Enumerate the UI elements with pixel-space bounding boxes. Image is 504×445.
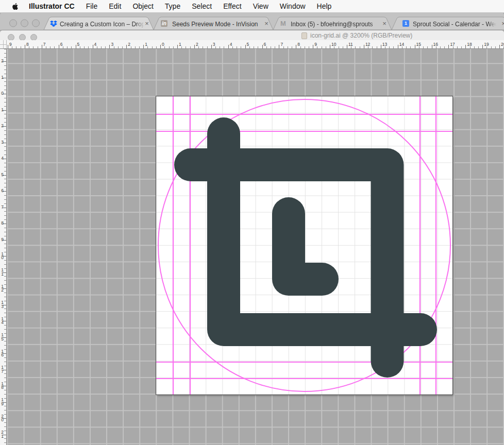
menu-edit[interactable]: Edit [109, 2, 121, 10]
invision-favicon: in [161, 20, 167, 27]
dropbox-favicon [50, 20, 57, 27]
horizontal-ruler[interactable]: 9876543210123456789101112131415161718192… [7, 40, 504, 49]
menu-window[interactable]: Window [280, 2, 306, 10]
gcal-favicon: 1 [402, 20, 409, 27]
window-minimize-button[interactable] [19, 34, 26, 41]
vertical-ruler[interactable]: 2101234567891 01 11 21 31 41 51 61 71 81… [0, 49, 7, 445]
tab-title: Sprout Social - Calendar - Wee [413, 21, 496, 28]
tab-close-icon[interactable]: × [381, 20, 388, 27]
ruler-origin-box[interactable] [0, 40, 7, 49]
browser-minimize-button[interactable] [21, 20, 28, 27]
browser-tab-calendar[interactable]: 1 Sprout Social - Calendar - Wee × [392, 12, 504, 30]
artboard[interactable] [156, 96, 452, 395]
gmail-favicon: M [280, 20, 288, 27]
tab-close-icon[interactable]: × [500, 20, 504, 27]
menu-view[interactable]: View [253, 2, 268, 10]
menu-file[interactable]: File [86, 2, 98, 10]
browser-tab-strip: Creating a Custom Icon – Drop × in Seeds… [0, 12, 504, 30]
crop-icon-inner-l[interactable] [289, 214, 322, 279]
menu-select[interactable]: Select [192, 2, 212, 10]
menu-bar: Illustrator CC File Edit Object Type Sel… [0, 0, 504, 13]
tab-title: Seeds Preview Mode - InVision [172, 21, 261, 28]
tab-close-icon[interactable]: × [143, 20, 150, 27]
browser-tab-dropbox[interactable]: Creating a Custom Icon – Drop × [44, 12, 154, 30]
app-menu-title[interactable]: Illustrator CC [29, 2, 75, 10]
tab-title: Creating a Custom Icon – Drop [60, 21, 144, 28]
document-icon [301, 32, 307, 39]
browser-tab-gmail[interactable]: M Inbox (5) - bfoehring@sprouts × [273, 12, 392, 30]
menu-effect[interactable]: Effect [223, 2, 242, 10]
browser-tab-invision[interactable]: in Seeds Preview Mode - InVision × [154, 12, 273, 30]
browser-close-button[interactable] [10, 20, 17, 27]
tab-close-icon[interactable]: × [263, 20, 270, 27]
menu-object[interactable]: Object [132, 2, 153, 10]
document-window-titlebar: icon-grid.ai @ 3200% (RGB/Preview) [0, 30, 504, 40]
apple-logo-icon[interactable] [12, 3, 19, 10]
crop-icon-artwork[interactable] [191, 134, 421, 361]
window-close-button[interactable] [8, 34, 14, 41]
menu-type[interactable]: Type [165, 2, 180, 10]
canvas-area[interactable] [7, 49, 504, 445]
menu-help[interactable]: Help [317, 2, 332, 10]
artboard-art [156, 96, 452, 395]
document-title: icon-grid.ai @ 3200% (RGB/Preview) [310, 30, 412, 41]
tab-title: Inbox (5) - bfoehring@sprouts [291, 21, 379, 28]
browser-zoom-button[interactable] [32, 20, 40, 27]
window-zoom-button[interactable] [30, 34, 37, 41]
